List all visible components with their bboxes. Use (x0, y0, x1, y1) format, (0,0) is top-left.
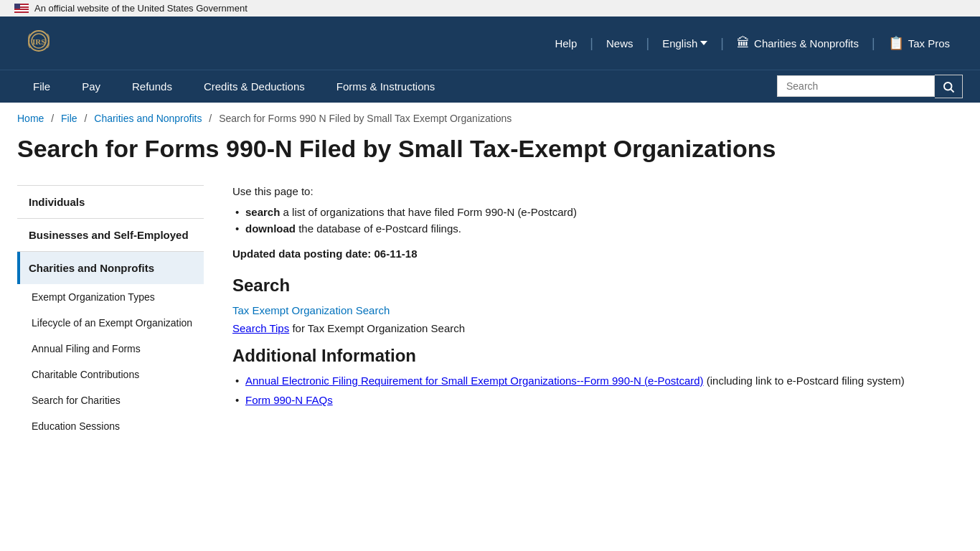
nav-link-pay[interactable]: Pay (66, 70, 116, 103)
nav-item-forms[interactable]: Forms & Instructions (321, 70, 451, 103)
svg-line-5 (951, 89, 953, 92)
sidebar-item-search-charities[interactable]: Search for Charities (17, 387, 204, 413)
bullet-search: search a list of organizations that have… (232, 206, 963, 218)
breadcrumb-sep-1: / (51, 113, 54, 124)
header-nav: Help | News | English | 🏛 Charities & No… (542, 35, 963, 51)
page-title: Search for Forms 990-N Filed by Small Ta… (17, 134, 963, 164)
nav-links-list: File Pay Refunds Credits & Deductions Fo… (17, 70, 451, 103)
updated-text: Updated data posting date: 06-11-18 (232, 248, 963, 260)
sidebar-item-lifecycle[interactable]: Lifecycle of an Exempt Organization (17, 310, 204, 336)
additional-info-heading: Additional Information (232, 346, 963, 366)
breadcrumb-charities[interactable]: Charities and Nonprofits (94, 113, 202, 124)
search-bar (777, 75, 963, 98)
news-link[interactable]: News (593, 37, 646, 50)
tax-exempt-org-search-link[interactable]: Tax Exempt Organization Search (232, 304, 963, 316)
search-tips-suffix: for Tax Exempt Organization Search (292, 322, 465, 334)
sidebar-section-biz: Businesses and Self-Employed (17, 218, 204, 251)
search-tips-link[interactable]: Search Tips (232, 322, 289, 334)
nav-item-file[interactable]: File (17, 70, 66, 103)
gov-banner: An official website of the United States… (0, 0, 980, 17)
charities-icon: 🏛 (737, 36, 750, 51)
taxpros-label: Tax Pros (908, 37, 950, 50)
nav-link-forms[interactable]: Forms & Instructions (321, 70, 451, 103)
irs-logo-svg[interactable]: IRS (17, 25, 69, 61)
nav-item-credits[interactable]: Credits & Deductions (188, 70, 321, 103)
sidebar-item-exempt-types[interactable]: Exempt Organization Types (17, 284, 204, 310)
taxpros-link[interactable]: 📋 Tax Pros (875, 35, 963, 51)
breadcrumb-sep-3: / (209, 113, 212, 124)
intro-bullets: search a list of organizations that have… (232, 206, 963, 235)
chevron-down-icon (700, 41, 707, 45)
svg-point-4 (944, 83, 952, 90)
main-nav: File Pay Refunds Credits & Deductions Fo… (0, 70, 980, 103)
sidebar-item-education[interactable]: Education Sessions (17, 413, 204, 439)
content-layout: Individuals Businesses and Self-Employed… (17, 185, 963, 439)
sidebar: Individuals Businesses and Self-Employed… (17, 185, 204, 439)
breadcrumb-home[interactable]: Home (17, 113, 44, 124)
bullet-search-bold: search (245, 206, 280, 218)
sidebar-item-businesses[interactable]: Businesses and Self-Employed (17, 219, 204, 251)
bullet-download-text: the database of e-Postcard filings. (298, 222, 461, 235)
bullet-download: download the database of e-Postcard fili… (232, 222, 963, 235)
nav-link-refunds[interactable]: Refunds (116, 70, 188, 103)
svg-text:IRS: IRS (32, 37, 45, 46)
language-label: English (662, 37, 697, 50)
bullet-search-text: a list of organizations that have filed … (283, 206, 577, 218)
search-tips-text: Search Tips for Tax Exempt Organization … (232, 322, 963, 334)
sidebar-item-individuals[interactable]: Individuals (17, 186, 204, 218)
additional-item-1: Annual Electronic Filing Requirement for… (232, 375, 963, 387)
search-heading: Search (232, 276, 963, 296)
sidebar-item-charitable[interactable]: Charitable Contributions (17, 362, 204, 387)
main-area: Use this page to: search a list of organ… (232, 185, 963, 439)
sidebar-item-charities[interactable]: Charities and Nonprofits (17, 252, 204, 284)
language-selector[interactable]: English (649, 37, 720, 50)
nav-item-pay[interactable]: Pay (66, 70, 116, 103)
taxpros-icon: 📋 (888, 35, 904, 51)
annual-filing-link[interactable]: Annual Electronic Filing Requirement for… (245, 375, 704, 387)
nav-link-file[interactable]: File (17, 70, 66, 103)
sidebar-section: Individuals (17, 185, 204, 218)
logo-area: IRS (17, 25, 69, 61)
sidebar-item-annual-filing[interactable]: Annual Filing and Forms (17, 336, 204, 362)
page-content: Search for Forms 990-N Filed by Small Ta… (0, 134, 980, 468)
breadcrumb-file[interactable]: File (61, 113, 77, 124)
breadcrumb-current: Search for Forms 990 N Filed by Small Ta… (219, 113, 512, 124)
additional-item-2: Form 990-N FAQs (232, 394, 963, 406)
intro-text: Use this page to: (232, 185, 963, 197)
annual-filing-suffix: (including link to e-Postcard filing sys… (707, 375, 905, 387)
sidebar-section-charities: Charities and Nonprofits Exempt Organiza… (17, 251, 204, 439)
flag-icon (14, 4, 29, 13)
breadcrumb: Home / File / Charities and Nonprofits /… (0, 103, 980, 134)
header: IRS Help | News | English | 🏛 Charities … (0, 17, 980, 70)
search-icon (942, 80, 955, 93)
bullet-download-bold: download (245, 222, 296, 235)
gov-banner-text: An official website of the United States… (34, 3, 248, 14)
nav-item-refunds[interactable]: Refunds (116, 70, 188, 103)
breadcrumb-sep-2: / (84, 113, 87, 124)
search-input[interactable] (777, 75, 935, 97)
help-link[interactable]: Help (542, 37, 590, 50)
search-button[interactable] (935, 75, 963, 98)
nav-link-credits[interactable]: Credits & Deductions (188, 70, 321, 103)
charities-label: Charities & Nonprofits (754, 37, 859, 50)
additional-info-list: Annual Electronic Filing Requirement for… (232, 375, 963, 406)
charities-link[interactable]: 🏛 Charities & Nonprofits (724, 36, 872, 51)
form-990n-faqs-link[interactable]: Form 990-N FAQs (245, 394, 333, 406)
